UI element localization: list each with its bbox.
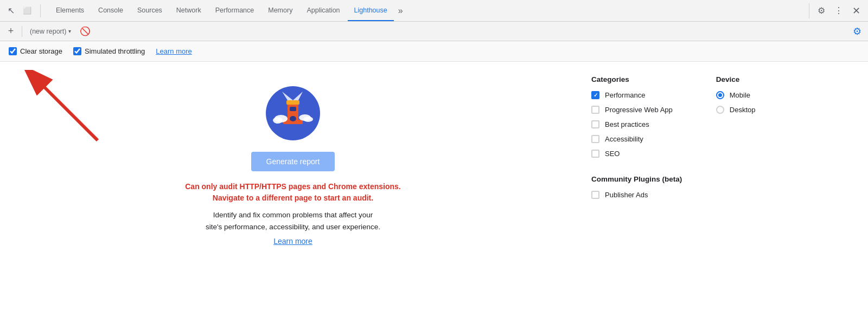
nav-tabs: Elements Console Sources Network Perform… <box>49 0 809 21</box>
tab-application[interactable]: Application <box>300 0 346 21</box>
svg-point-9 <box>303 117 313 122</box>
red-arrow-annotation <box>22 70 103 151</box>
device-section: Device Mobile Desktop <box>716 75 756 164</box>
secondary-toolbar: + (new report) ▾ 🚫 ⚙ <box>0 22 868 41</box>
settings-gear-icon: ⚙ <box>853 25 861 37</box>
more-options-btn[interactable]: ⋮ <box>831 3 846 18</box>
category-accessibility-label: Accessibility <box>605 135 643 143</box>
more-tabs-btn[interactable]: » <box>395 6 406 16</box>
lighthouse-logo <box>266 86 320 142</box>
device-desktop-row[interactable]: Desktop <box>716 106 756 114</box>
close-icon: ✕ <box>852 5 860 17</box>
tab-memory[interactable]: Memory <box>261 0 299 21</box>
options-bar: Clear storage Simulated throttling Learn… <box>0 41 868 62</box>
device-title: Device <box>716 75 756 83</box>
main-content: Generate report Can only audit HTTP/HTTP… <box>0 62 868 329</box>
tab-sources[interactable]: Sources <box>131 0 169 21</box>
red-arrow-svg <box>22 70 103 151</box>
simulated-throttling-checkbox-label[interactable]: Simulated throttling <box>73 47 145 55</box>
category-best-practices-label: Best practices <box>605 120 649 128</box>
community-plugins-title: Community Plugins (beta) <box>591 175 852 183</box>
add-icon: + <box>8 25 14 37</box>
cursor-icon-btn[interactable]: ↖ <box>4 4 17 17</box>
gear-icon: ⚙ <box>818 5 825 16</box>
lighthouse-settings-btn[interactable]: ⚙ <box>851 25 864 38</box>
category-seo-label: SEO <box>605 150 620 158</box>
report-selector[interactable]: (new report) ▾ <box>27 27 74 36</box>
close-devtools-btn[interactable]: ✕ <box>848 3 864 18</box>
clear-report-btn[interactable]: 🚫 <box>79 25 92 38</box>
tab-elements[interactable]: Elements <box>49 0 91 21</box>
category-pwa-row[interactable]: Progressive Web App <box>591 106 673 114</box>
left-panel: Generate report Can only audit HTTP/HTTP… <box>16 73 570 318</box>
clear-storage-checkbox[interactable] <box>9 47 17 55</box>
category-performance-label: Performance <box>605 91 645 99</box>
community-plugins-section: Community Plugins (beta) Publisher Ads <box>591 175 852 205</box>
clear-storage-checkbox-label[interactable]: Clear storage <box>9 47 62 55</box>
toolbar-right: ⚙ <box>851 25 864 38</box>
main-learn-more-link[interactable]: Learn more <box>273 237 312 246</box>
tab-performance[interactable]: Performance <box>209 0 261 21</box>
category-accessibility-checkbox[interactable] <box>591 135 599 143</box>
category-pwa-label: Progressive Web App <box>605 106 673 114</box>
category-best-practices-checkbox[interactable] <box>591 120 599 128</box>
more-vert-icon: ⋮ <box>834 5 843 16</box>
category-accessibility-row[interactable]: Accessibility <box>591 135 673 143</box>
category-seo-row[interactable]: SEO <box>591 150 673 158</box>
svg-rect-11 <box>290 107 296 111</box>
error-line-2: Navigate to a different page to start an… <box>185 192 401 204</box>
category-performance-row[interactable]: Performance <box>591 91 673 99</box>
category-best-practices-row[interactable]: Best practices <box>591 120 673 128</box>
right-columns: Categories Performance Progressive Web A… <box>591 75 852 164</box>
lighthouse-logo-svg <box>266 86 320 140</box>
simulated-throttling-checkbox[interactable] <box>73 47 81 55</box>
clear-storage-label: Clear storage <box>20 47 62 55</box>
right-panel: Categories Performance Progressive Web A… <box>591 73 852 318</box>
devtools-nav: ↖ ⬜ Elements Console Sources Network Per… <box>0 0 868 22</box>
category-pwa-checkbox[interactable] <box>591 106 599 114</box>
categories-section: Categories Performance Progressive Web A… <box>591 75 673 164</box>
generate-report-btn[interactable]: Generate report <box>251 152 335 171</box>
simulated-throttling-label: Simulated throttling <box>85 47 145 55</box>
tab-network[interactable]: Network <box>170 0 208 21</box>
category-performance-checkbox[interactable] <box>591 91 599 99</box>
plugin-publisher-ads-checkbox[interactable] <box>591 191 599 199</box>
audit-error-message: Can only audit HTTP/HTTPS pages and Chro… <box>185 181 401 204</box>
dropdown-arrow-icon: ▾ <box>68 28 71 34</box>
error-line-1: Can only audit HTTP/HTTPS pages and Chro… <box>185 181 401 192</box>
svg-rect-4 <box>286 100 299 105</box>
svg-line-1 <box>38 81 98 140</box>
settings-btn[interactable]: ⚙ <box>814 3 829 18</box>
categories-title: Categories <box>591 75 673 83</box>
nav-icons: ↖ ⬜ <box>4 4 41 17</box>
add-report-btn[interactable]: + <box>4 25 17 38</box>
toolbar-divider <box>22 26 22 37</box>
device-mobile-radio[interactable] <box>716 91 724 99</box>
cursor-icon: ↖ <box>8 5 15 16</box>
svg-point-7 <box>273 117 283 124</box>
nav-right-controls: ⚙ ⋮ ✕ <box>809 3 864 18</box>
tab-console[interactable]: Console <box>92 0 130 21</box>
device-desktop-radio[interactable] <box>716 106 724 114</box>
category-seo-checkbox[interactable] <box>591 150 599 158</box>
device-desktop-label: Desktop <box>730 106 756 114</box>
device-icon-btn[interactable]: ⬜ <box>21 4 34 17</box>
description-text: Identify and fix common problems that af… <box>206 209 380 233</box>
options-learn-more-link[interactable]: Learn more <box>156 47 192 55</box>
device-mobile-label: Mobile <box>730 91 750 99</box>
device-icon: ⬜ <box>23 7 31 15</box>
plugin-publisher-ads-label: Publisher Ads <box>605 191 648 199</box>
device-mobile-row[interactable]: Mobile <box>716 91 756 99</box>
clear-icon: 🚫 <box>80 26 91 36</box>
report-selector-text: (new report) <box>30 28 66 35</box>
plugin-publisher-ads-row[interactable]: Publisher Ads <box>591 191 852 199</box>
svg-rect-10 <box>290 116 296 121</box>
tab-lighthouse[interactable]: Lighthouse <box>348 0 394 21</box>
